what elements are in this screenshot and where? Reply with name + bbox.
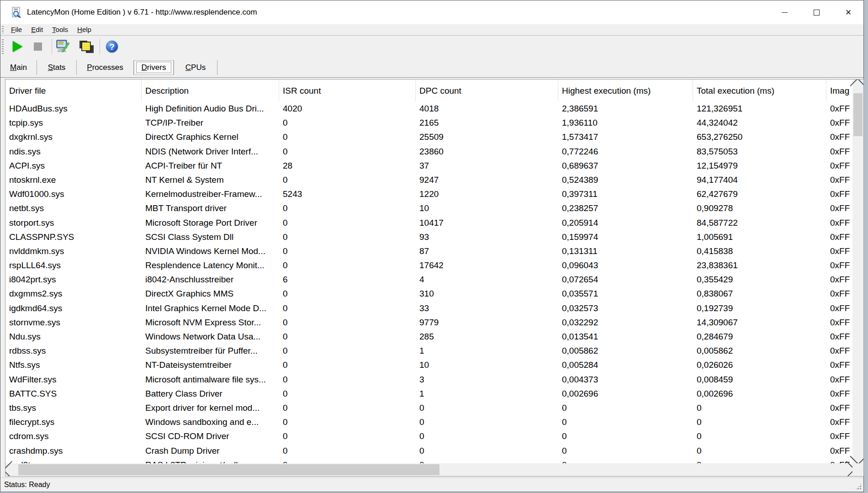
tab-main[interactable]: Main: [0, 60, 37, 75]
vertical-scrollbar-thumb[interactable]: [853, 93, 863, 136]
table-row[interactable]: Wdf01000.sys Kernelmodustreiber-Framew..…: [5, 187, 863, 201]
table-row[interactable]: WdFilter.sys Microsoft antimalware file …: [5, 372, 863, 387]
menu-tools[interactable]: Tools: [48, 24, 73, 35]
table-row[interactable]: tbs.sys Export driver for kernel mod... …: [5, 401, 863, 415]
cell-dpc-count: 87: [416, 244, 558, 258]
table-row[interactable]: cdrom.sys SCSI CD-ROM Driver 0 0 0 0 0xF…: [5, 429, 863, 443]
cell-total-execution: 0,008459: [693, 372, 826, 387]
close-button[interactable]: ✕: [838, 0, 859, 24]
table-row[interactable]: i8042prt.sys i8042-Anschlusstreiber 6 4 …: [5, 272, 863, 286]
tab-drivers[interactable]: Drivers: [134, 60, 174, 75]
table-row[interactable]: CLASSPNP.SYS SCSI Class System Dll 0 93 …: [5, 230, 863, 244]
cell-description: Battery Class Driver: [142, 387, 279, 401]
maximize-button[interactable]: [806, 0, 827, 24]
table-row[interactable]: filecrypt.sys Windows sandboxing and e..…: [5, 415, 863, 429]
cell-dpc-count: 1220: [416, 187, 558, 201]
cell-isr-count: 5243: [279, 187, 416, 201]
stop-monitor-button[interactable]: [32, 38, 43, 55]
minimize-button[interactable]: [774, 0, 795, 24]
table-row[interactable]: dxgkrnl.sys DirectX Graphics Kernel 0 25…: [5, 130, 863, 144]
column-header-dpc-count[interactable]: DPC count: [416, 80, 558, 101]
cell-total-execution: 0: [693, 401, 826, 415]
toolbar-gripper[interactable]: [2, 39, 4, 55]
horizontal-scrollbar[interactable]: [5, 463, 852, 476]
cell-dpc-count: 17642: [416, 258, 558, 272]
cell-description: Microsoft NVM Express Stor...: [142, 315, 279, 329]
cell-total-execution: 14,309067: [693, 315, 826, 329]
table-row[interactable]: BATTC.SYS Battery Class Driver 0 1 0,002…: [5, 387, 863, 401]
latencymon-app-icon: [11, 7, 21, 18]
help-button[interactable]: ?: [104, 38, 120, 55]
cell-driver-file: crashdmp.sys: [5, 444, 142, 458]
table-row[interactable]: tcpip.sys TCP/IP-Treiber 0 2165 1,936110…: [5, 116, 863, 130]
scroll-left-button[interactable]: [5, 463, 17, 476]
cell-isr-count: 0: [279, 130, 416, 144]
table-row[interactable]: ndis.sys NDIS (Network Driver Interf... …: [5, 144, 863, 159]
start-monitor-button[interactable]: [11, 38, 23, 55]
column-header-highest-execution[interactable]: Highest execution (ms): [558, 80, 693, 101]
table-row[interactable]: stornvme.sys Microsoft NVM Express Stor.…: [5, 315, 863, 329]
column-header-isr-count[interactable]: ISR count: [279, 80, 416, 101]
cell-highest-execution: 0: [558, 429, 693, 443]
table-row[interactable]: rdbss.sys Subsystemtreiber für Puffer...…: [5, 344, 863, 358]
table-row[interactable]: Ndu.sys Windows Network Data Usa... 0 28…: [5, 329, 863, 344]
cell-total-execution: 84,587722: [693, 216, 826, 230]
menu-help[interactable]: Help: [73, 24, 96, 35]
cell-description: SCSI Class System Dll: [142, 230, 279, 244]
cell-dpc-count: 9247: [416, 173, 558, 187]
tab-cpus[interactable]: CPUs: [174, 60, 217, 75]
table-row[interactable]: nvlddmkm.sys NVIDIA Windows Kernel Mod..…: [5, 244, 863, 258]
cell-driver-file: netbt.sys: [5, 201, 142, 215]
tab-processes[interactable]: Processes: [77, 60, 134, 75]
column-header-description[interactable]: Description: [142, 80, 279, 101]
system-info-button[interactable]: [56, 38, 70, 55]
cell-dpc-count: 0: [416, 415, 558, 429]
column-header-total-execution[interactable]: Total execution (ms): [693, 80, 826, 101]
cell-driver-file: nvlddmkm.sys: [5, 244, 142, 258]
table-row[interactable]: HDAudBus.sys High Definition Audio Bus D…: [5, 101, 863, 116]
cell-driver-file: igdkmd64.sys: [5, 301, 142, 315]
toolbar: ?: [0, 36, 863, 58]
cell-total-execution: 0,192739: [693, 301, 826, 315]
cell-highest-execution: 0,131311: [558, 244, 693, 258]
cell-driver-file: ntoskrnl.exe: [5, 173, 142, 187]
cell-driver-file: Ntfs.sys: [5, 358, 142, 372]
table-row[interactable]: dxgmms2.sys DirectX Graphics MMS 0 310 0…: [5, 286, 863, 301]
table-row[interactable]: igdkmd64.sys Intel Graphics Kernel Mode …: [5, 301, 863, 315]
table-row[interactable]: rasl2tp.sys RAS L2TP mini-port/call... 0…: [5, 458, 863, 463]
table-row[interactable]: rspLLL64.sys Resplendence Latency Monit.…: [5, 258, 863, 272]
cell-total-execution: 0,005862: [693, 344, 826, 358]
scroll-right-button[interactable]: [841, 463, 852, 476]
table-row[interactable]: ntoskrnl.exe NT Kernel & System 0 9247 0…: [5, 173, 863, 187]
horizontal-scrollbar-thumb[interactable]: [18, 464, 439, 475]
table-row[interactable]: crashdmp.sys Crash Dump Driver 0 0 0 0 0…: [5, 444, 863, 458]
menu-edit[interactable]: Edit: [26, 24, 48, 35]
menu-gripper[interactable]: [2, 26, 4, 33]
table-row[interactable]: Ntfs.sys NT-Dateisystemtreiber 0 10 0,00…: [5, 358, 863, 372]
scroll-up-button[interactable]: [852, 80, 863, 91]
table-row[interactable]: storport.sys Microsoft Storage Port Driv…: [5, 216, 863, 230]
scroll-down-button[interactable]: [852, 451, 863, 463]
latencymon-window: LatencyMon (Home Edition ) v 6.71 - http…: [0, 0, 864, 492]
tab-stats[interactable]: Stats: [37, 60, 77, 75]
status-text: Status: Ready: [4, 478, 50, 492]
title-bar[interactable]: LatencyMon (Home Edition ) v 6.71 - http…: [0, 0, 863, 24]
cell-isr-count: 0: [279, 230, 416, 244]
cell-dpc-count: 2165: [416, 116, 558, 130]
table-row[interactable]: ACPI.sys ACPI-Treiber für NT 28 37 0,689…: [5, 159, 863, 173]
cell-dpc-count: 10417: [416, 216, 558, 230]
vertical-scrollbar[interactable]: [852, 80, 863, 463]
menu-bar: File Edit Tools Help: [0, 24, 863, 36]
table-row[interactable]: netbt.sys MBT Transport driver 0 10 0,23…: [5, 201, 863, 215]
window-layers-button[interactable]: [78, 38, 95, 55]
help-icon: ?: [105, 39, 119, 54]
cell-description: Kernelmodustreiber-Framew...: [142, 187, 279, 201]
toolbar-separator: [100, 39, 100, 54]
cell-driver-file: rdbss.sys: [5, 344, 142, 358]
cell-description: Windows Network Data Usa...: [142, 329, 279, 344]
column-header-driver-file[interactable]: Driver file: [5, 80, 142, 101]
cell-highest-execution: 0,096043: [558, 258, 693, 272]
cell-description: RAS L2TP mini-port/call...: [142, 458, 279, 463]
resize-grip[interactable]: [855, 483, 862, 490]
menu-file[interactable]: File: [6, 24, 26, 35]
